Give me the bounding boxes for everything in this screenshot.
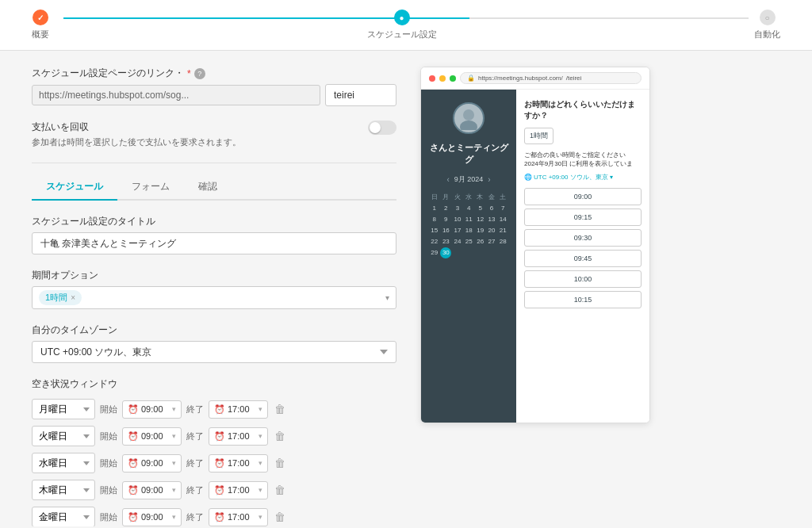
prev-month-btn[interactable]: ‹ (446, 175, 449, 184)
cal-day-12[interactable]: 12 (475, 214, 485, 224)
preview-month-label: 9月 2024 (454, 174, 484, 185)
cal-day-11[interactable]: 11 (464, 214, 474, 224)
start-time-1[interactable]: ⏰ 09:00 ▾ (122, 427, 182, 446)
cal-day-21[interactable]: 21 (498, 225, 508, 235)
end-time-0[interactable]: ⏰ 17:00 ▾ (209, 400, 268, 419)
cal-day-29[interactable]: 29 (429, 247, 439, 258)
cal-day-22[interactable]: 22 (429, 236, 439, 247)
availability-label: 空き状況ウィンドウ (32, 377, 396, 391)
end-time-2[interactable]: ⏰ 17:00 ▾ (209, 454, 268, 473)
preview-browser-header: 🔒 https://meetings.hubspot.com/ /teirei (421, 67, 649, 90)
end-time-3[interactable]: ⏰ 17:00 ▾ (209, 481, 268, 499)
start-time-2[interactable]: ⏰ 09:00 ▾ (122, 454, 182, 473)
delete-row-3[interactable]: 🗑 (273, 482, 287, 498)
cal-day-27[interactable]: 27 (486, 236, 496, 247)
day-select-0[interactable]: 月曜日 (32, 399, 95, 419)
tab-schedule[interactable]: スケジュール (32, 174, 117, 201)
cal-hdr-sun: 日 (429, 193, 439, 201)
end-time-4[interactable]: ⏰ 17:00 ▾ (209, 508, 268, 526)
preview-timezone-text: UTC +09:00 ソウル、東京 (534, 173, 608, 182)
cal-day-9[interactable]: 9 (440, 214, 451, 224)
cal-day-7[interactable]: 7 (498, 203, 508, 213)
start-time-0[interactable]: ⏰ 09:00 ▾ (122, 400, 182, 419)
day-select-1[interactable]: 火曜日 (32, 426, 95, 446)
clock-icon-end-1: ⏰ (214, 431, 225, 442)
timezone-select[interactable]: UTC +09:00 ソウル、東京 (32, 341, 396, 363)
time-arrow-3: ▾ (172, 486, 176, 494)
info-icon[interactable]: ? (194, 68, 205, 79)
cal-day-26[interactable]: 26 (475, 236, 485, 247)
payment-main-label: 支払いを回収 (32, 121, 368, 134)
preview-slot-5[interactable]: 10:15 (524, 291, 642, 308)
step-overview: ✓ 概要 (32, 10, 49, 40)
delete-row-0[interactable]: 🗑 (273, 401, 287, 417)
end-time-1[interactable]: ⏰ 17:00 ▾ (209, 427, 268, 446)
duration-chip-remove[interactable]: × (71, 293, 75, 302)
cal-day-1[interactable]: 1 (429, 203, 439, 213)
step-circle-overview: ✓ (33, 10, 48, 25)
cal-day-19[interactable]: 19 (475, 225, 485, 235)
cal-day-6[interactable]: 6 (486, 203, 496, 213)
cal-day-28[interactable]: 28 (498, 236, 508, 247)
cal-day-16[interactable]: 16 (440, 225, 451, 235)
tabs-row: スケジュール フォーム 確認 (32, 174, 396, 201)
cal-day-2[interactable]: 2 (440, 203, 451, 213)
day-select-2[interactable]: 水曜日 (32, 453, 95, 473)
preview-url-bar: 🔒 https://meetings.hubspot.com/ /teirei (460, 72, 642, 84)
tab-confirm[interactable]: 確認 (184, 174, 232, 201)
avail-row-4: 金曜日 開始 ⏰ 09:00 ▾ 終了 ⏰ 17:00 ▾ 🗑 (32, 507, 396, 526)
end-label-2: 終了 (186, 457, 204, 469)
cal-header: 日 月 火 水 木 金 土 (429, 193, 508, 201)
dot-red (429, 75, 435, 82)
schedule-title-input[interactable] (32, 232, 396, 254)
delete-row-1[interactable]: 🗑 (273, 428, 287, 444)
preview-duration-option[interactable]: 1時間 (524, 128, 553, 144)
dot-yellow (439, 75, 446, 82)
cal-day-10[interactable]: 10 (452, 214, 462, 224)
preview-slot-2[interactable]: 09:30 (524, 229, 642, 247)
day-select-4[interactable]: 金曜日 (32, 507, 95, 526)
time-arrow-end-1: ▾ (259, 432, 262, 440)
preview-duration-row: 1時間 (524, 128, 642, 144)
delete-row-4[interactable]: 🗑 (273, 509, 287, 525)
cal-day-5[interactable]: 5 (475, 203, 485, 213)
day-select-3[interactable]: 木曜日 (32, 480, 95, 500)
cal-day-23[interactable]: 23 (440, 236, 451, 247)
clock-icon-end-3: ⏰ (214, 485, 225, 495)
cal-day-14[interactable]: 14 (498, 214, 508, 224)
time-arrow-4: ▾ (172, 513, 176, 521)
preview-slot-3[interactable]: 09:45 (524, 250, 642, 267)
cal-grid: 1 2 3 4 5 6 7 8 9 10 11 12 13 (429, 203, 508, 258)
start-time-3[interactable]: ⏰ 09:00 ▾ (122, 481, 182, 499)
cal-day-8[interactable]: 8 (429, 214, 439, 224)
cal-day-4[interactable]: 4 (464, 203, 474, 213)
cal-day-20[interactable]: 20 (486, 225, 496, 235)
preview-date-prompt-text: ご都合の良い時間をご指定ください 2024年9月30日 に利用を表示していま (524, 151, 633, 167)
avail-row-0: 月曜日 開始 ⏰ 09:00 ▾ 終了 ⏰ 17:00 ▾ 🗑 (32, 399, 396, 419)
start-time-val-3: 09:00 (141, 485, 170, 495)
cal-day-15[interactable]: 15 (429, 225, 439, 235)
duration-select[interactable]: 1時間 × ▾ (32, 286, 396, 309)
duration-chip: 1時間 × (39, 290, 82, 305)
cal-day-24[interactable]: 24 (452, 236, 462, 247)
cal-day-30[interactable]: 30 (440, 247, 451, 258)
payment-toggle[interactable] (368, 121, 396, 135)
delete-row-2[interactable]: 🗑 (273, 455, 287, 471)
preview-slot-1[interactable]: 09:15 (524, 209, 642, 226)
right-panel: 🔒 https://meetings.hubspot.com/ /teirei (420, 67, 650, 526)
cal-day-13[interactable]: 13 (486, 214, 496, 224)
preview-slot-4[interactable]: 10:00 (524, 270, 642, 288)
divider-1 (32, 163, 396, 163)
time-arrow-end-3: ▾ (259, 486, 262, 494)
next-month-btn[interactable]: › (488, 175, 490, 184)
url-slug-input[interactable] (325, 84, 396, 106)
cal-day-3[interactable]: 3 (452, 203, 462, 213)
cal-day-25[interactable]: 25 (464, 236, 474, 247)
preview-slot-0[interactable]: 09:00 (524, 188, 642, 205)
tab-form[interactable]: フォーム (117, 174, 184, 201)
cal-day-18[interactable]: 18 (464, 225, 474, 235)
step-schedule: ● スケジュール設定 (367, 10, 437, 40)
clock-icon-3: ⏰ (128, 485, 139, 495)
start-time-4[interactable]: ⏰ 09:00 ▾ (122, 508, 182, 526)
cal-day-17[interactable]: 17 (452, 225, 462, 235)
